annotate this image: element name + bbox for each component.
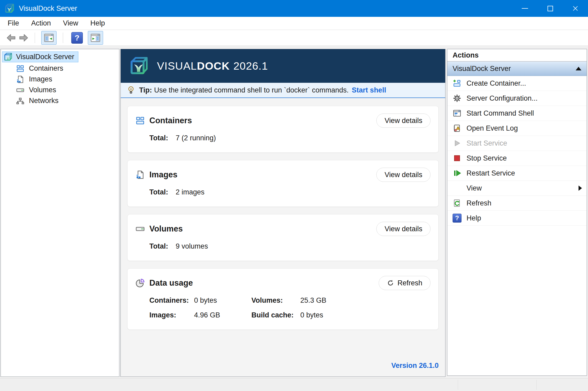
banner-title: VISUALDOCK2026.1 [157, 60, 268, 72]
tree-item-label: Images [29, 75, 52, 83]
total-value: 2 images [176, 188, 205, 196]
action-open-event-log[interactable]: Open Event Log [447, 121, 587, 136]
action-label: Create Container... [467, 79, 526, 88]
close-icon [572, 5, 579, 12]
image-file-icon [16, 75, 24, 84]
tree-item-images[interactable]: Images [1, 74, 119, 85]
workspace: VisualDock Server Containers Images [0, 46, 588, 378]
volumes-view-details-button[interactable]: View details [376, 222, 430, 236]
action-view-submenu[interactable]: View [447, 181, 587, 196]
menu-help[interactable]: Help [84, 19, 111, 27]
brand-logo-icon [129, 56, 149, 76]
gear-icon [452, 93, 462, 103]
action-server-configuration[interactable]: Server Configuration... [447, 91, 587, 106]
data-usage-refresh-button[interactable]: Refresh [379, 276, 430, 290]
minimize-button[interactable] [512, 0, 538, 17]
create-container-icon [452, 78, 462, 88]
show-console-tree-button[interactable] [41, 31, 57, 45]
image-file-icon [135, 170, 145, 179]
back-button[interactable] [5, 32, 17, 44]
actions-group-label: VisualDock Server [453, 65, 511, 73]
volume-drive-icon [16, 86, 24, 94]
status-bar [0, 378, 588, 391]
menu-file[interactable]: File [2, 19, 25, 27]
app-logo-icon [4, 3, 15, 14]
action-create-container[interactable]: Create Container... [447, 76, 587, 91]
menu-action[interactable]: Action [25, 19, 57, 27]
command-shell-icon [452, 108, 462, 118]
minimize-icon [522, 8, 528, 9]
toolbar [0, 30, 588, 46]
total-label: Total: [149, 242, 176, 250]
back-arrow-icon [5, 33, 17, 43]
containers-card: Containers View details Total: 7 (2 runn… [127, 106, 439, 153]
restart-icon [452, 168, 462, 178]
action-label: Help [467, 214, 481, 222]
main-content-panel: VISUALDOCK2026.1 Tip: Use the integrated… [120, 49, 445, 377]
app-logo-icon [3, 52, 13, 61]
menu-bar: File Action View Help [0, 17, 588, 30]
play-icon [452, 138, 462, 148]
tree-item-networks[interactable]: Networks [1, 95, 119, 106]
images-view-details-button[interactable]: View details [376, 168, 430, 182]
forward-arrow-icon [18, 33, 29, 43]
data-usage-grid: Containers: 0 bytes Volumes: 25.3 GB Ima… [149, 296, 430, 319]
banner-release: 2026.1 [234, 60, 268, 72]
tree-item-root-selected[interactable]: VisualDock Server [2, 52, 78, 62]
tree-item-label: Volumes [29, 86, 56, 94]
submenu-arrow-icon [579, 186, 582, 191]
actions-group-header[interactable]: VisualDock Server [447, 61, 587, 76]
tree-item-containers[interactable]: Containers [1, 63, 119, 74]
window-controls [512, 0, 588, 17]
button-label: View details [384, 117, 422, 125]
du-label: Volumes: [251, 296, 300, 305]
action-refresh[interactable]: Refresh [447, 196, 587, 211]
button-label: View details [384, 171, 422, 179]
banner-brand-bold: DOCK [197, 60, 230, 72]
containers-icon [16, 64, 24, 73]
network-icon [16, 97, 24, 105]
card-title: Containers [149, 116, 192, 125]
menu-view[interactable]: View [57, 19, 84, 27]
button-label: View details [384, 225, 422, 233]
total-label: Total: [149, 188, 176, 196]
help-toolbar-button[interactable] [69, 31, 85, 45]
action-start-command-shell[interactable]: Start Command Shell [447, 106, 587, 121]
close-button[interactable] [563, 0, 588, 17]
action-label: Server Configuration... [467, 94, 538, 102]
help-icon [71, 32, 83, 44]
action-help[interactable]: Help [447, 211, 587, 226]
du-value: 0 bytes [300, 311, 430, 319]
action-restart-service[interactable]: Restart Service [447, 166, 587, 181]
tree-root-label: VisualDock Server [16, 53, 74, 61]
volume-drive-icon [135, 224, 145, 234]
containers-view-details-button[interactable]: View details [376, 114, 430, 128]
forward-button[interactable] [17, 32, 30, 44]
title-bar: VisualDock Server [0, 0, 588, 17]
du-label: Images: [149, 311, 194, 319]
statusbar-divider [458, 380, 458, 390]
toolbar-separator [63, 33, 63, 43]
start-shell-link[interactable]: Start shell [352, 86, 386, 94]
action-label: Refresh [467, 199, 491, 207]
total-value: 9 volumes [176, 242, 208, 250]
volumes-card: Volumes View details Total: 9 volumes [127, 214, 439, 261]
total-label: Total: [149, 134, 176, 142]
maximize-button[interactable] [538, 0, 563, 17]
du-value: 0 bytes [194, 296, 251, 305]
window-title: VisualDock Server [19, 4, 77, 13]
card-title: Images [149, 170, 178, 179]
refresh-icon [387, 279, 394, 287]
tip-label: Tip: [139, 86, 152, 94]
tree-item-volumes[interactable]: Volumes [1, 85, 119, 95]
action-pane-icon [90, 33, 101, 43]
button-label: Refresh [397, 279, 422, 287]
tip-bar: Tip: Use the integrated command shell to… [121, 83, 445, 98]
icon-placeholder [452, 183, 462, 193]
tree-item-label: Networks [29, 97, 59, 105]
actions-panel-title: Actions [447, 49, 587, 61]
console-tree-panel: VisualDock Server Containers Images [1, 49, 119, 377]
action-stop-service[interactable]: Stop Service [447, 151, 587, 166]
show-action-pane-button[interactable] [88, 31, 103, 45]
images-card: Images View details Total: 2 images [127, 160, 439, 207]
